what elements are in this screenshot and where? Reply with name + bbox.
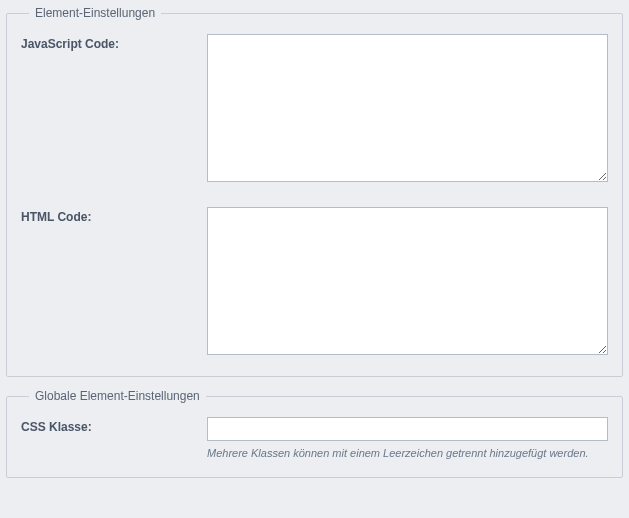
html-code-row: HTML Code:: [21, 207, 608, 358]
settings-panel: Element-Einstellungen JavaScript Code: H…: [0, 0, 629, 496]
global-element-settings-legend: Globale Element-Einstellungen: [29, 389, 206, 403]
global-element-settings-fieldset: Globale Element-Einstellungen CSS Klasse…: [6, 389, 623, 478]
css-class-helper-text: Mehrere Klassen können mit einem Leerzei…: [207, 447, 608, 459]
css-class-label: CSS Klasse:: [21, 417, 207, 434]
html-code-field-col: [207, 207, 608, 358]
css-class-row: CSS Klasse: Mehrere Klassen können mit e…: [21, 417, 608, 459]
element-settings-fieldset: Element-Einstellungen JavaScript Code: H…: [6, 6, 623, 377]
element-settings-legend: Element-Einstellungen: [29, 6, 161, 20]
html-code-textarea[interactable]: [207, 207, 608, 355]
js-code-row: JavaScript Code:: [21, 34, 608, 185]
js-code-label: JavaScript Code:: [21, 34, 207, 51]
css-class-field-col: Mehrere Klassen können mit einem Leerzei…: [207, 417, 608, 459]
js-code-field-col: [207, 34, 608, 185]
js-code-textarea[interactable]: [207, 34, 608, 182]
html-code-label: HTML Code:: [21, 207, 207, 224]
css-class-input[interactable]: [207, 417, 608, 441]
